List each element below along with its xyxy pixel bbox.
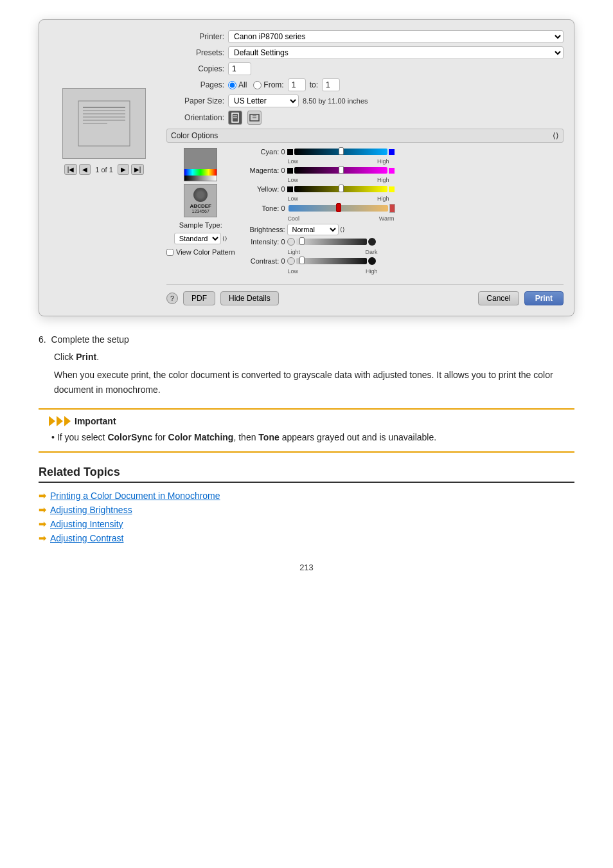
section-selector-row: Color Options ⟨⟩ <box>166 129 564 143</box>
step-6: 6. Complete the setup Click Print. When … <box>39 334 574 397</box>
dialog-footer: ? PDF Hide Details Cancel Print <box>166 284 564 305</box>
colorsync-bold: ColorSync <box>107 432 152 442</box>
contrast-high-label: High <box>366 268 378 275</box>
arrow-bullet-1: ➡ <box>39 505 46 515</box>
related-topics-list: ➡ Printing a Color Document in Monochrom… <box>39 491 574 543</box>
color-options-content: ABCDEF 1234567 Sample Type: Standard ⟨⟩ <box>166 148 564 276</box>
paper-size-dims: 8.50 by 11.00 inches <box>303 97 368 105</box>
magenta-label: Magenta: 0 <box>248 167 285 174</box>
related-item-3: ➡ Adjusting Contrast <box>39 533 574 543</box>
magenta-row: Magenta: 0 <box>248 167 564 174</box>
intensity-right-circle <box>368 238 376 246</box>
yellow-high-label: High <box>377 195 389 202</box>
related-link-2[interactable]: Adjusting Intensity <box>50 519 123 529</box>
page-counter: 1 of 1 <box>95 166 113 174</box>
hide-details-button[interactable]: Hide Details <box>220 291 279 305</box>
paper-size-select[interactable]: US Letter <box>228 95 299 107</box>
page-navigation[interactable]: |◀ ◀ 1 of 1 ▶ ▶| <box>64 164 145 175</box>
view-color-label: View Color Pattern <box>176 248 235 256</box>
pages-range-option[interactable]: From: to: <box>253 78 340 91</box>
orientation-row: Orientation: <box>166 111 564 125</box>
pages-to-input[interactable] <box>322 78 340 91</box>
pages-to-label: to: <box>310 80 318 89</box>
nav-first-btn[interactable]: |◀ <box>64 164 78 175</box>
important-text: • If you select ColorSync for Color Matc… <box>51 430 564 444</box>
cyan-slider[interactable] <box>294 149 387 155</box>
contrast-slider[interactable] <box>296 258 367 264</box>
tone-right-sq <box>389 204 395 213</box>
tone-row: Tone: 0 <box>248 204 564 213</box>
tone-labels: Cool Warm <box>288 215 395 222</box>
print-preview <box>62 88 146 159</box>
contrast-labels: Low High <box>288 268 378 275</box>
section-select[interactable]: Color Options ⟨⟩ <box>166 129 564 143</box>
cyan-high-label: High <box>377 158 389 165</box>
pages-from-input[interactable] <box>288 78 306 91</box>
copies-row: Copies: <box>166 62 564 75</box>
nav-next-btn[interactable]: ▶ <box>118 164 129 175</box>
cyan-right-sq <box>389 149 395 155</box>
magenta-right-sq <box>389 168 395 174</box>
related-item-2: ➡ Adjusting Intensity <box>39 519 574 529</box>
cancel-button[interactable]: Cancel <box>478 291 519 305</box>
pages-all-option[interactable]: All <box>228 80 247 89</box>
color-preview-col: ABCDEF 1234567 Sample Type: Standard ⟨⟩ <box>166 148 235 276</box>
contrast-right-circle <box>368 257 376 265</box>
brightness-select[interactable]: Normal <box>287 224 339 235</box>
print-dialog: |◀ ◀ 1 of 1 ▶ ▶| Printer: Canon iP8700 s… <box>39 19 574 316</box>
important-header: Important <box>49 416 564 426</box>
yellow-label: Yellow: 0 <box>248 185 285 193</box>
print-button[interactable]: Print <box>524 291 564 305</box>
orientation-label: Orientation: <box>166 113 224 122</box>
intensity-row: Intensity: 0 <box>248 238 564 246</box>
pdf-button[interactable]: PDF <box>183 291 215 305</box>
related-link-0[interactable]: Printing a Color Document in Monochrome <box>50 491 220 501</box>
view-color-checkbox[interactable] <box>166 249 173 256</box>
related-item-0: ➡ Printing a Color Document in Monochrom… <box>39 491 574 501</box>
nav-prev-btn[interactable]: ◀ <box>79 164 91 175</box>
sample-type-select[interactable]: Standard <box>174 233 221 244</box>
step-6-description: When you execute print, the color docume… <box>54 368 574 397</box>
portrait-btn[interactable] <box>228 111 242 125</box>
pages-all-label: All <box>238 80 247 89</box>
help-button[interactable]: ? <box>166 293 178 304</box>
arrow-bullet-3: ➡ <box>39 533 46 543</box>
step-6-instruction: Click Print. <box>54 350 574 364</box>
abcdef-text: ABCDEF <box>190 203 211 209</box>
cyan-row: Cyan: 0 <box>248 148 564 156</box>
related-link-1[interactable]: Adjusting Brightness <box>50 505 132 515</box>
presets-select[interactable]: Default Settings <box>228 46 564 59</box>
presets-label: Presets: <box>166 48 224 57</box>
yellow-slider[interactable] <box>294 186 387 192</box>
related-link-3[interactable]: Adjusting Contrast <box>50 533 123 543</box>
nav-last-btn[interactable]: ▶| <box>131 164 145 175</box>
magenta-high-label: High <box>377 177 389 183</box>
contrast-left-circle <box>287 257 295 265</box>
tone-bold: Tone <box>258 432 279 442</box>
copies-input[interactable] <box>228 62 251 75</box>
pages-all-radio[interactable] <box>228 81 236 89</box>
footer-left: ? PDF Hide Details <box>166 291 279 305</box>
cyan-low-label: Low <box>288 158 299 165</box>
yellow-row: Yellow: 0 <box>248 185 564 193</box>
pages-range-radio[interactable] <box>253 81 262 89</box>
chevron-2 <box>57 416 63 426</box>
arrow-bullet-0: ➡ <box>39 491 46 501</box>
presets-row: Presets: Default Settings <box>166 46 564 59</box>
brightness-row: Brightness: Normal ⟨⟩ <box>248 224 564 235</box>
related-topics-section: Related Topics ➡ Printing a Color Docume… <box>39 466 574 543</box>
arrow-bullet-2: ➡ <box>39 519 46 529</box>
tone-warm-label: Warm <box>379 215 395 222</box>
cyan-left-sq <box>287 149 293 155</box>
abcdef-icon <box>193 188 208 202</box>
color-sliders-col: Cyan: 0 Low High <box>248 148 564 276</box>
magenta-slider[interactable] <box>294 167 387 174</box>
view-color-pattern-row[interactable]: View Color Pattern <box>166 248 235 256</box>
tone-slider[interactable] <box>289 205 388 212</box>
sample-type-select-row: Standard ⟨⟩ <box>174 233 227 244</box>
printer-select[interactable]: Canon iP8700 series <box>228 30 564 43</box>
pages-radio-group: All From: to: <box>228 78 340 91</box>
intensity-slider[interactable] <box>296 239 367 245</box>
sample-type-row: Sample Type: <box>179 221 222 229</box>
landscape-btn[interactable] <box>247 111 262 125</box>
